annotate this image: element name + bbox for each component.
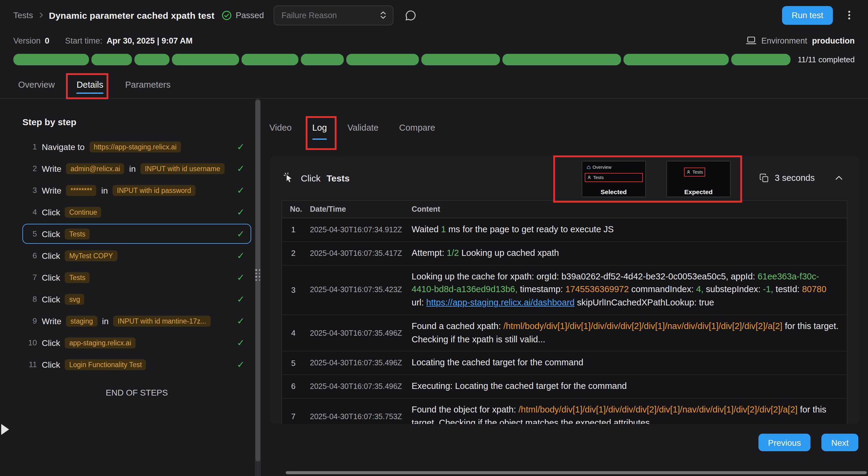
step-row[interactable]: 8Clicksvg✓ — [22, 289, 251, 309]
run-test-button[interactable]: Run test — [782, 6, 833, 25]
step-check-icon: ✓ — [237, 207, 245, 217]
log-row-number: 1 — [282, 225, 310, 234]
step-number: 1 — [26, 142, 37, 151]
progress-segment — [623, 54, 729, 65]
step-target-chip: app-staging.relicx.ai — [65, 337, 135, 348]
comment-bubble-icon — [404, 9, 417, 22]
step-row[interactable]: 10Clickapp-staging.relicx.ai✓ — [22, 333, 251, 352]
tab-log-label: Log — [312, 123, 327, 132]
more-options-button[interactable] — [841, 7, 857, 23]
sidebar-expand-arrow[interactable] — [1, 424, 9, 435]
progress-segment — [731, 54, 790, 65]
tab-details[interactable]: Details — [76, 79, 103, 98]
log-text-span: Executing: Locating the cached target fo… — [412, 381, 627, 391]
step-action-text: Write — [42, 185, 61, 195]
copy-icon[interactable] — [759, 173, 769, 183]
step-row[interactable]: 11ClickLogin Functionality Test✓ — [22, 354, 251, 374]
step-action-text: Navigate to — [42, 142, 85, 151]
step-target-chip: https://app-staging.relicx.ai — [90, 141, 181, 152]
collapse-button[interactable] — [833, 172, 845, 184]
tab-compare-label: Compare — [399, 123, 435, 132]
tab-validate[interactable]: Validate — [347, 123, 379, 141]
log-row-number: 7 — [282, 412, 310, 421]
end-of-steps-label: END OF STEPS — [22, 388, 251, 397]
environment-icon — [745, 36, 756, 45]
step-target-chip: Login Functionality Test — [65, 359, 146, 370]
step-action-text: Click — [42, 294, 60, 304]
log-text-span: timestamp: — [518, 284, 565, 294]
step-action-text: Click — [42, 272, 60, 282]
start-time-label: Start time: — [65, 36, 102, 45]
step-action-text: Write — [42, 164, 61, 173]
progress-bar — [13, 54, 790, 65]
progress-segment — [13, 54, 89, 65]
step-row[interactable]: 9WritestaginginINPUT with id mantine-17z… — [22, 311, 251, 331]
step-check-icon: ✓ — [237, 228, 245, 239]
comment-button[interactable] — [402, 6, 420, 24]
step-row[interactable]: 7ClickTests✓ — [22, 267, 251, 287]
log-text-span: ms for the page to get ready to execute … — [446, 225, 614, 234]
expected-screenshot-thumbnail[interactable]: Tests Expected — [666, 161, 731, 197]
tab-video[interactable]: Video — [269, 123, 292, 141]
mini-label-tests: Tests — [593, 175, 604, 180]
log-row-content: Looking up the cache for xpath: orgId: b… — [412, 265, 847, 314]
log-text-span: url: — [412, 298, 426, 307]
previous-button[interactable]: Previous — [758, 434, 810, 451]
step-row[interactable]: 5ClickTests✓ — [22, 224, 251, 244]
step-row[interactable]: 4ClickContinue✓ — [22, 202, 251, 222]
log-text-span: /html/body/div[1]/div[1]/div/div/div[2]/… — [519, 405, 798, 414]
mini-overview-icon — [587, 165, 591, 169]
step-action-text: Click — [42, 360, 60, 369]
steps-scrollbar[interactable] — [255, 99, 261, 476]
log-text-span: Found the object for xpath: — [412, 405, 519, 414]
page-title: Dynamic parameter cached xpath test — [49, 10, 214, 20]
log-text-span: Looking up cached xpath — [459, 248, 559, 258]
tab-parameters[interactable]: Parameters — [125, 79, 171, 98]
tab-details-label: Details — [76, 80, 103, 90]
click-cursor-icon — [283, 172, 295, 184]
progress-segment — [301, 54, 344, 65]
duration-text: 3 seconds — [775, 173, 815, 183]
tab-compare[interactable]: Compare — [399, 123, 435, 141]
mini-nav-tests: Tests — [585, 173, 643, 182]
mini-label-overview: Overview — [593, 165, 612, 170]
log-url-link[interactable]: https://app-staging.relicx.ai/dashboard — [426, 298, 575, 307]
log-row-content: Found a cached xpath: /html/body/div[1]/… — [412, 315, 847, 351]
start-time-value: Apr 30, 2025 | 9:07 AM — [106, 36, 192, 45]
log-row: 32025-04-30T16:07:35.423ZLooking up the … — [282, 265, 847, 315]
step-row[interactable]: 1Navigate tohttps://app-staging.relicx.a… — [22, 137, 251, 157]
selected-screenshot-thumbnail[interactable]: Overview Tests Selected — [582, 161, 646, 197]
breadcrumb-tests[interactable]: Tests — [13, 10, 33, 20]
step-target-chip: MyTest COPY — [65, 250, 117, 261]
progress-segment — [502, 54, 621, 65]
log-text-span: Looking up the cache for xpath: orgId: b… — [412, 271, 757, 281]
log-text-span: Found a cached xpath: — [412, 321, 503, 331]
horizontal-scrollbar-thumb[interactable] — [286, 471, 867, 474]
step-row[interactable]: 3Write********inINPUT with id password✓ — [22, 180, 251, 200]
tab-validate-label: Validate — [347, 123, 379, 132]
next-button[interactable]: Next — [822, 434, 858, 451]
pagination: Previous Next — [269, 434, 860, 451]
panel-resize-grip[interactable] — [255, 269, 260, 281]
log-text-span: skipUrlInCachedXPathLookup: true — [575, 298, 714, 307]
command-title: Click Tests — [283, 172, 349, 184]
step-check-icon: ✓ — [237, 315, 245, 326]
step-row[interactable]: 6ClickMyTest COPY✓ — [22, 245, 251, 266]
tab-overview[interactable]: Overview — [18, 79, 55, 98]
log-row-number: 3 — [282, 285, 310, 294]
detail-tab-bar: Video Log Validate Compare — [269, 123, 860, 141]
log-table-header: No. Date/Time Content — [282, 201, 847, 218]
step-row[interactable]: 2Writeadmin@relicx.aiinINPUT with id use… — [22, 159, 251, 178]
step-target-chip: Tests — [65, 228, 90, 239]
log-row-content: Found the object for xpath: /html/body/d… — [412, 399, 847, 424]
environment-group: Environment production — [745, 36, 855, 45]
duration-group: 3 seconds — [759, 173, 815, 183]
step-action-text: in — [129, 164, 136, 173]
status-label: Passed — [236, 10, 264, 20]
failure-reason-select[interactable]: Failure Reason — [274, 5, 394, 25]
command-action: Click — [301, 173, 320, 183]
column-content: Content — [412, 205, 847, 213]
tab-log[interactable]: Log — [312, 123, 327, 141]
main-tab-bar: Overview Details Parameters — [0, 68, 868, 99]
run-meta-row: Version 0 Start time: Apr 30, 2025 | 9:0… — [0, 30, 868, 51]
